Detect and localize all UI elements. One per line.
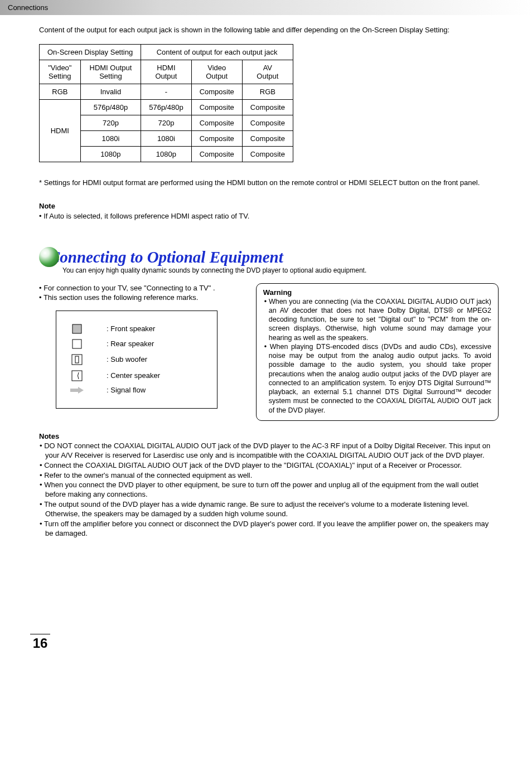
svg-rect-4 (72, 371, 82, 381)
legend-sub: : Sub woofer (70, 354, 204, 365)
col-left: • For connection to your TV, see "Connec… (39, 283, 246, 421)
legend-front: : Front speaker (70, 324, 204, 334)
svg-marker-6 (78, 387, 84, 394)
legend-box: : Front speaker : Rear speaker : Sub woo… (56, 311, 217, 409)
left-bullet-2: • This section uses the following refere… (39, 293, 246, 303)
td: RGB (242, 84, 293, 99)
section-name: Connections (8, 3, 48, 12)
legend-rear: : Rear speaker (70, 339, 204, 349)
heading-row: Connecting to Optional Equipment (39, 249, 499, 265)
svg-rect-5 (70, 389, 78, 392)
td-hdmi: HDMI (40, 99, 81, 162)
td: Composite (242, 130, 293, 146)
page-number: 16 (30, 634, 50, 651)
left-bullets: • For connection to your TV, see "Connec… (39, 283, 246, 303)
output-table: On-Screen Display Setting Content of out… (39, 44, 293, 162)
hdmi-footnote: * Settings for HDMI output format are pe… (39, 178, 499, 188)
table-header-row-1: On-Screen Display Setting Content of out… (40, 44, 293, 60)
notes-title: Notes (39, 432, 499, 440)
table-header-content: Content of output for each output jack (141, 44, 293, 60)
table-header-row-2: "Video" Setting HDMI Output Setting HDMI… (40, 60, 293, 84)
center-speaker-icon (70, 370, 84, 381)
td: Invalid (80, 84, 141, 99)
rear-speaker-icon (70, 339, 84, 349)
sphere-icon (39, 247, 59, 267)
left-bullet-1: • For connection to your TV, see "Connec… (39, 283, 246, 293)
td: 1080i (80, 130, 141, 146)
page-body: Content of the output for each output ja… (0, 15, 532, 545)
td: 1080i (141, 130, 191, 146)
td: Composite (242, 115, 293, 130)
table-header-osdsetting: On-Screen Display Setting (40, 44, 141, 60)
td: 720p (80, 115, 141, 130)
notes-item: • Connect the COAXIAL DIGITAL AUDIO OUT … (39, 461, 499, 471)
note-block: Note • If Auto is selected, it follows p… (39, 202, 499, 221)
notes-item: • The output sound of the DVD player has… (39, 500, 499, 519)
front-speaker-icon (70, 324, 84, 334)
legend-signal-label: : Signal flow (107, 386, 146, 394)
th-hdmi-output-setting: HDMI Output Setting (80, 60, 141, 84)
table-row: HDMI 576p/480p 576p/480p Composite Compo… (40, 99, 293, 115)
legend-sub-label: : Sub woofer (107, 356, 147, 363)
notes-item: • Refer to the owner's manual of the con… (39, 471, 499, 481)
note-body: • If Auto is selected, it follows prefer… (39, 211, 499, 221)
col-right: Warning • When you are connecting (via t… (256, 283, 499, 421)
notes-item: • Turn off the amplifier before you conn… (39, 520, 499, 539)
td: Composite (191, 115, 242, 130)
intro-text: Content of the output for each output ja… (39, 25, 499, 35)
legend-center: : Center speaker (70, 370, 204, 381)
notes-block: Notes • DO NOT connect the COAXIAL DIGIT… (39, 432, 499, 539)
td: - (141, 84, 191, 99)
td: Composite (191, 130, 242, 146)
td: Composite (191, 146, 242, 162)
heading-text: Connecting to Optional Equipment (39, 249, 499, 265)
svg-rect-0 (72, 324, 81, 333)
note-title: Note (39, 202, 499, 210)
td: Composite (242, 146, 293, 162)
legend-rear-label: : Rear speaker (107, 340, 154, 347)
td: 720p (141, 115, 191, 130)
sub-woofer-icon (70, 354, 84, 365)
legend-signal: : Signal flow (70, 386, 204, 394)
warning-item-2: • When playing DTS-encoded discs (DVDs a… (263, 342, 491, 415)
td: Composite (191, 84, 242, 99)
heading-sub: You can enjoy high quality dynamic sound… (39, 266, 499, 274)
td: 1080p (141, 146, 191, 162)
th-video-setting: "Video" Setting (40, 60, 81, 84)
warning-box: Warning • When you are connecting (via t… (256, 283, 499, 421)
notes-item: • When you connect the DVD player to oth… (39, 481, 499, 500)
svg-rect-1 (72, 340, 81, 348)
signal-flow-icon (70, 386, 84, 394)
td: 576p/480p (80, 99, 141, 115)
table-row: RGB Invalid - Composite RGB (40, 84, 293, 99)
section-header: Connections (0, 0, 532, 15)
legend-center-label: : Center speaker (107, 372, 160, 379)
td: Composite (191, 99, 242, 115)
th-video-output: Video Output (191, 60, 242, 84)
warning-item-1: • When you are connecting (via the COAXI… (263, 297, 491, 342)
svg-rect-3 (75, 356, 79, 363)
legend-front-label: : Front speaker (107, 325, 155, 332)
td: Composite (242, 99, 293, 115)
td: 576p/480p (141, 99, 191, 115)
th-av-output: AV Output (242, 60, 293, 84)
warning-title: Warning (263, 288, 491, 297)
th-hdmi-output: HDMI Output (141, 60, 191, 84)
two-column: • For connection to your TV, see "Connec… (39, 283, 499, 421)
notes-item: • DO NOT connect the COAXIAL DIGITAL AUD… (39, 442, 499, 460)
td: RGB (40, 84, 81, 99)
td: 1080p (80, 146, 141, 162)
